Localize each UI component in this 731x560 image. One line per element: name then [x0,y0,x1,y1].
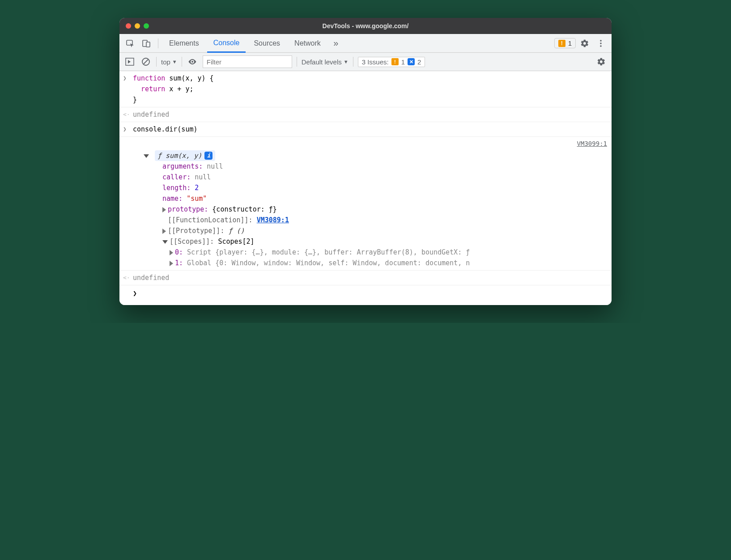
function-object-header[interactable]: ƒ sum(x, y) i [155,150,215,161]
clear-console-icon[interactable] [140,56,152,68]
dir-call: console.dir(sum) [133,125,198,133]
console-toolbar: top ▼ Default levels ▼ 3 Issues: ! 1 ✕ 2 [119,53,612,71]
undefined-result: undefined [133,274,169,282]
console-dir-output: VM3099:1 ƒ sum(x, y) i arguments: null c… [119,137,612,271]
kebab-menu-icon[interactable] [594,36,608,51]
issues-info-count: 2 [417,58,421,66]
inspect-element-icon[interactable] [123,36,137,51]
issues-warn-count: 1 [401,58,405,66]
main-tabbar: Elements Console Sources Network » ! 1 [119,34,612,53]
devtools-window: DevTools - www.google.com/ Elements Cons… [119,18,612,305]
device-toolbar-icon[interactable] [139,36,153,51]
warnings-count: 1 [568,39,572,47]
tab-network[interactable]: Network [288,34,327,53]
source-link[interactable]: VM3099:1 [577,139,607,148]
input-marker-icon: ❯ [123,125,127,134]
expand-toggle-icon[interactable] [144,154,149,158]
prompt-marker-icon: ❯ [133,289,137,297]
expand-toggle-icon[interactable] [170,261,173,266]
console-output: ❯ function sum(x, y) { return x + y; } <… [119,71,612,305]
svg-point-4 [600,42,602,44]
titlebar: DevTools - www.google.com/ [119,18,612,34]
warning-icon: ! [391,58,399,65]
svg-point-3 [600,40,602,42]
toggle-sidebar-icon[interactable] [124,56,136,68]
minimize-window-button[interactable] [135,23,140,29]
issues-counter[interactable]: 3 Issues: ! 1 ✕ 2 [358,57,425,67]
settings-icon[interactable] [578,36,592,51]
tab-sources[interactable]: Sources [247,34,286,53]
console-result: <· undefined [119,271,612,285]
close-window-button[interactable] [126,23,131,29]
live-expression-icon[interactable] [187,56,198,68]
console-settings-icon[interactable] [595,56,607,68]
output-marker-icon: <· [123,110,130,119]
info-icon: ✕ [408,58,415,65]
issues-label: 3 Issues: [362,58,389,66]
expand-toggle-icon[interactable] [162,207,166,212]
input-marker-icon: ❯ [123,74,127,83]
svg-line-8 [144,59,148,64]
svg-rect-2 [146,42,150,47]
undefined-result: undefined [133,110,169,119]
traffic-lights [126,23,149,29]
divider [158,38,158,48]
maximize-window-button[interactable] [144,23,149,29]
context-selector[interactable]: top ▼ [161,58,177,66]
console-prompt[interactable]: ❯ [119,285,612,305]
more-tabs-icon[interactable]: » [329,36,343,51]
info-icon[interactable]: i [204,152,212,160]
function-location-link[interactable]: VM3089:1 [257,216,289,224]
levels-label: Default levels [302,58,342,66]
console-result: <· undefined [119,107,612,122]
tab-console[interactable]: Console [207,34,246,53]
context-label: top [161,58,170,66]
filter-input[interactable] [203,55,292,68]
output-marker-icon: <· [123,273,130,283]
expand-toggle-icon[interactable] [162,229,166,234]
expand-toggle-icon[interactable] [162,240,168,244]
svg-point-5 [600,45,602,47]
tab-elements[interactable]: Elements [163,34,205,53]
console-input-echo: ❯ function sum(x, y) { return x + y; } [119,71,612,107]
console-input-echo: ❯ console.dir(sum) [119,122,612,137]
window-title: DevTools - www.google.com/ [119,22,612,30]
log-levels-selector[interactable]: Default levels ▼ [302,58,348,66]
warnings-badge[interactable]: ! 1 [554,38,576,48]
expand-toggle-icon[interactable] [170,250,173,255]
warning-icon: ! [558,40,565,47]
